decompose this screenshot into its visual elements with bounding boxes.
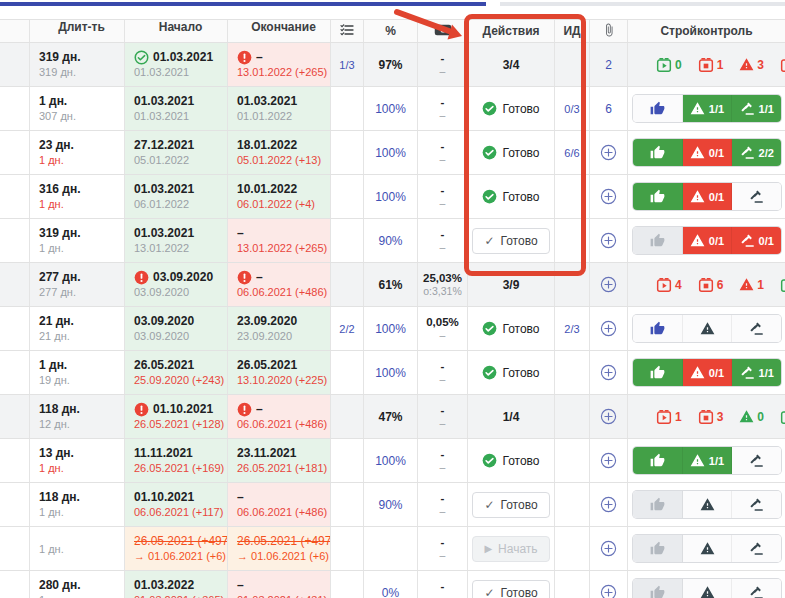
attachments-cell[interactable] (590, 439, 628, 482)
column-header-actions[interactable]: Действия (468, 20, 555, 42)
attachments-cell[interactable]: 6 (590, 87, 628, 130)
warning-button[interactable] (683, 491, 733, 518)
hammer-button[interactable] (732, 535, 781, 562)
attachments-cell[interactable] (590, 219, 628, 262)
hammer-button[interactable]: 1/1 (732, 359, 781, 386)
percent-cell: 90% (364, 483, 418, 526)
hammer-button[interactable]: 1/1 (732, 95, 781, 122)
warning-button[interactable]: 0/1 (683, 139, 733, 166)
hammer-button[interactable] (732, 579, 781, 598)
column-header-percent[interactable]: % (364, 20, 418, 42)
done-label: Готово (502, 454, 539, 468)
attachments-cell[interactable] (590, 483, 628, 526)
date-text: 03.09.2020 (134, 314, 194, 329)
date-baseline: → 01.06.2021 (+6) (134, 549, 227, 563)
attachments-cell[interactable] (590, 307, 628, 350)
done-button[interactable]: ✓Готово (472, 492, 549, 518)
column-header-construction-control[interactable]: Стройконтроль (628, 20, 785, 42)
thumb-up-button[interactable] (633, 315, 683, 342)
thumb-up-button[interactable] (633, 183, 683, 210)
attachments-cell[interactable] (590, 395, 628, 438)
construction-indicator[interactable]: 1 (739, 277, 764, 292)
thumb-up-button[interactable] (633, 95, 683, 122)
warning-icon (690, 365, 705, 380)
thumb-up-button[interactable] (633, 491, 683, 518)
add-attachment-button[interactable] (600, 408, 617, 425)
hammer-button[interactable] (732, 491, 781, 518)
construction-button-group (633, 579, 781, 598)
warning-button[interactable]: 0/1 (683, 227, 733, 254)
add-attachment-button[interactable] (600, 540, 617, 557)
add-attachment-button[interactable] (600, 452, 617, 469)
checklist-cell[interactable]: 1/3 (331, 43, 364, 86)
thumb-up-button[interactable] (633, 447, 683, 474)
construction-indicator[interactable]: 4 (656, 277, 682, 293)
horizontal-scrollbar-thumb[interactable] (0, 2, 486, 6)
construction-indicator[interactable]: 1 (698, 57, 724, 73)
column-header-id[interactable]: ИД (555, 20, 590, 42)
thumb-up-button[interactable] (633, 535, 683, 562)
column-header-attachments[interactable] (590, 20, 628, 42)
warning-button[interactable]: 0/1 (683, 183, 733, 210)
attachments-cell[interactable]: 2 (590, 43, 628, 86)
plus-circle-icon (600, 584, 617, 598)
done-button[interactable]: ✓Готово (472, 228, 549, 254)
date-main: 01.03.2021 (134, 182, 227, 197)
attachments-cell[interactable] (590, 175, 628, 218)
warning-button[interactable] (683, 535, 733, 562)
add-attachment-button[interactable] (600, 320, 617, 337)
column-header-camera[interactable] (418, 20, 468, 42)
horizontal-scrollbar-track[interactable] (500, 2, 785, 6)
construction-indicator[interactable]: 0 (739, 409, 764, 424)
hammer-button[interactable] (732, 447, 781, 474)
hammer-button[interactable] (732, 315, 781, 342)
warning-button[interactable] (683, 315, 733, 342)
camera-progress-value: - (418, 359, 467, 373)
construction-indicator[interactable]: 6 (698, 277, 724, 293)
done-button[interactable]: ✓Готово (472, 580, 549, 598)
column-header-start[interactable]: Начало (125, 20, 228, 42)
thumb-up-button[interactable] (633, 139, 683, 166)
checklist-cell[interactable]: 2/2 (331, 307, 364, 350)
column-header-checklist[interactable] (331, 20, 364, 42)
add-attachment-button[interactable] (600, 276, 617, 293)
attachments-cell[interactable] (590, 131, 628, 174)
add-attachment-button[interactable] (600, 584, 617, 598)
start-date-cell: 03.09.202003.09.2020 (125, 307, 228, 350)
thumb-up-button[interactable] (633, 579, 683, 598)
column-header-end[interactable]: Окончание (228, 20, 331, 42)
column-header-duration[interactable]: Длит-ть (30, 20, 125, 42)
add-attachment-button[interactable] (600, 364, 617, 381)
attachments-cell[interactable] (590, 263, 628, 306)
attachments-cell[interactable] (590, 351, 628, 394)
warning-button[interactable]: 0/1 (683, 359, 733, 386)
construction-control-cell: 461 (628, 263, 785, 306)
add-attachment-button[interactable] (600, 188, 617, 205)
add-attachment-button[interactable] (600, 232, 617, 249)
construction-indicator[interactable]: 3 (739, 57, 764, 72)
table-row: 118 дн.1 дн.01.10.202106.06.2021 (+117)–… (0, 483, 785, 527)
construction-indicator[interactable] (780, 57, 785, 73)
warning-button[interactable] (683, 579, 733, 598)
hammer-button[interactable] (732, 183, 781, 210)
duration-baseline: 307 дн. (39, 109, 124, 123)
date-baseline: 03.09.2020 (134, 285, 227, 299)
warning-button[interactable]: 1/1 (683, 95, 733, 122)
warning-button[interactable]: 1/1 (683, 447, 733, 474)
attachments-cell[interactable] (590, 527, 628, 570)
add-attachment-button[interactable] (600, 144, 617, 161)
thumb-up-button[interactable] (633, 359, 683, 386)
construction-indicator[interactable] (780, 277, 785, 293)
camera-progress-baseline: – (418, 417, 467, 430)
attachments-cell[interactable] (590, 571, 628, 598)
construction-indicator[interactable]: 0 (656, 57, 682, 73)
construction-indicator[interactable]: 3 (698, 409, 724, 425)
hammer-button[interactable]: 2/2 (732, 139, 781, 166)
thumb-up-button[interactable] (633, 227, 683, 254)
construction-indicator[interactable] (780, 409, 785, 425)
id-cell (555, 395, 590, 438)
hammer-button[interactable]: 0/1 (732, 227, 781, 254)
start-button[interactable]: ▶Начать (472, 536, 549, 562)
construction-indicator[interactable]: 1 (656, 409, 682, 425)
add-attachment-button[interactable] (600, 496, 617, 513)
